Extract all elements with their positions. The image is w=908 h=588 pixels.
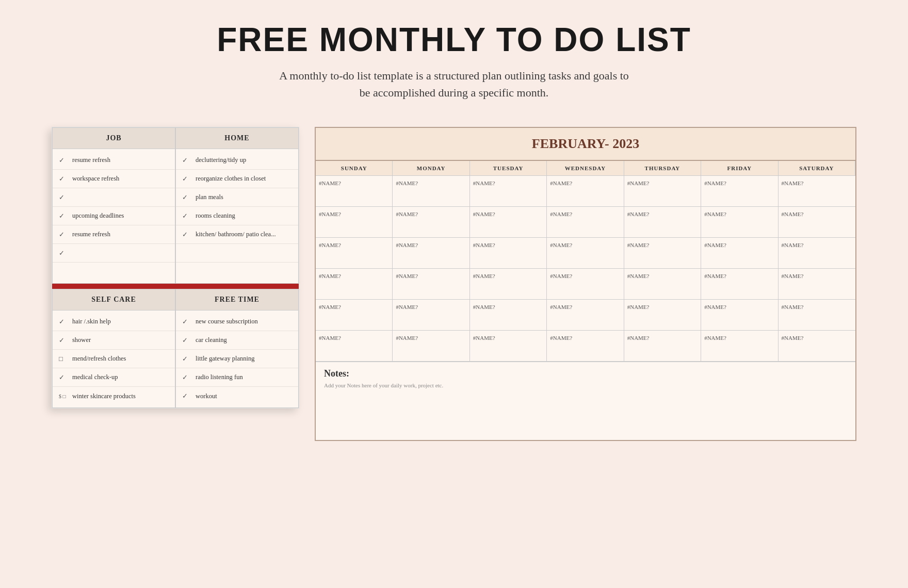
list-item: ✓ kitchen/ bathroom/ patio clea... xyxy=(176,225,298,244)
check-icon: ✓ xyxy=(182,336,190,345)
table-row: #NAME? xyxy=(316,269,393,300)
item-label: rooms cleaning xyxy=(196,212,235,220)
table-row: #NAME? xyxy=(393,238,469,269)
check-icon: ✓ xyxy=(182,193,190,202)
list-item: ✓ medical check-up xyxy=(53,368,175,387)
todo-section-selfcare: SELF CARE ✓ hair /.skin help ✓ shower □ … xyxy=(52,289,175,408)
item-label: winter skincare products xyxy=(72,393,136,400)
check-icon: ✓ xyxy=(182,355,190,363)
table-row: #NAME? xyxy=(316,331,393,362)
table-row: #NAME? xyxy=(393,207,469,238)
todo-section-home: HOME ✓ decluttering/tidy up ✓ reorganize… xyxy=(175,127,299,284)
list-item: ✓ car cleaning xyxy=(176,331,298,350)
check-icon: ✓ xyxy=(59,318,67,326)
table-row: #NAME? xyxy=(624,176,701,207)
list-item: ✓ decluttering/tidy up xyxy=(176,151,298,170)
page-title: FREE MONTHLY TO DO LIST xyxy=(10,21,898,59)
table-row: #NAME? xyxy=(470,300,547,331)
check-icon: ✓ xyxy=(182,392,190,400)
freetime-header: FREE TIME xyxy=(176,289,298,311)
table-row: #NAME? xyxy=(547,207,624,238)
item-label: new course subscription xyxy=(196,318,258,325)
item-label: little gateway planning xyxy=(196,355,255,363)
todo-section-freetime: FREE TIME ✓ new course subscription ✓ ca… xyxy=(175,289,299,408)
cal-header-fri: FRIDAY xyxy=(701,161,778,176)
list-item: ✓ rooms cleaning xyxy=(176,207,298,225)
table-row: #NAME? xyxy=(470,331,547,362)
table-row: #NAME? xyxy=(393,176,469,207)
table-row: #NAME? xyxy=(393,331,469,362)
freetime-items: ✓ new course subscription ✓ car cleaning… xyxy=(176,311,298,407)
item-label: radio listening fun xyxy=(196,373,243,381)
item-label: mend/refresh clothes xyxy=(72,355,126,363)
table-row: #NAME? xyxy=(624,331,701,362)
list-item xyxy=(176,263,298,281)
item-label: plan meals xyxy=(196,193,223,201)
table-row: #NAME? xyxy=(779,207,855,238)
check-icon: $ □ xyxy=(59,394,67,399)
table-row: #NAME? xyxy=(701,238,778,269)
cal-header-thu: THURSDAY xyxy=(624,161,701,176)
notes-title: Notes: xyxy=(324,368,847,379)
item-label: shower xyxy=(72,336,91,344)
table-row: #NAME? xyxy=(779,300,855,331)
check-icon: ✓ xyxy=(182,175,190,183)
table-row: #NAME? xyxy=(547,300,624,331)
table-row: #NAME? xyxy=(547,269,624,300)
list-item: ✓ shower xyxy=(53,331,175,350)
table-row: #NAME? xyxy=(624,300,701,331)
check-icon: ✓ xyxy=(182,318,190,326)
home-header: HOME xyxy=(176,128,298,149)
check-icon: ✓ xyxy=(59,193,67,202)
todo-grid: JOB ✓ resume refresh ✓ workspace refresh… xyxy=(52,127,299,408)
list-item: ✓ xyxy=(53,244,175,263)
list-item: ✓ upcoming deadlines xyxy=(53,207,175,225)
todo-panel: JOB ✓ resume refresh ✓ workspace refresh… xyxy=(52,127,299,409)
home-items: ✓ decluttering/tidy up ✓ reorganize clot… xyxy=(176,149,298,283)
table-row: #NAME? xyxy=(701,176,778,207)
list-item: ✓ xyxy=(53,188,175,207)
notes-placeholder: Add your Notes here of your daily work, … xyxy=(324,382,847,388)
table-row: #NAME? xyxy=(393,300,469,331)
list-item: ✓ radio listening fun xyxy=(176,368,298,387)
table-row: #NAME? xyxy=(470,176,547,207)
check-icon: ✓ xyxy=(182,156,190,165)
calendar-panel: FEBRUARY- 2023 SUNDAY MONDAY TUESDAY WED… xyxy=(315,127,856,441)
table-row: #NAME? xyxy=(547,176,624,207)
list-item: ✓ resume refresh xyxy=(53,225,175,244)
table-row: #NAME? xyxy=(547,331,624,362)
check-icon: ✓ xyxy=(59,231,67,239)
page-subtitle: A monthly to-do list template is a struc… xyxy=(273,67,635,101)
table-row: #NAME? xyxy=(779,331,855,362)
list-item: ✓ workout xyxy=(176,387,298,405)
notes-body: Add your Notes here of your daily work, … xyxy=(324,382,847,434)
cal-header-tue: TUESDAY xyxy=(470,161,547,176)
main-content: JOB ✓ resume refresh ✓ workspace refresh… xyxy=(0,111,908,456)
table-row: #NAME? xyxy=(470,238,547,269)
item-label: hair /.skin help xyxy=(72,318,111,325)
list-item: ✓ new course subscription xyxy=(176,313,298,331)
calendar-title: FEBRUARY- 2023 xyxy=(316,128,855,161)
table-row: #NAME? xyxy=(624,207,701,238)
item-label: resume refresh xyxy=(72,231,110,238)
check-icon: ✓ xyxy=(59,175,67,183)
list-item: □ mend/refresh clothes xyxy=(53,350,175,368)
table-row: #NAME? xyxy=(779,269,855,300)
cal-header-wed: WEDNESDAY xyxy=(547,161,624,176)
job-header: JOB xyxy=(53,128,175,149)
item-label: workout xyxy=(196,393,217,400)
item-label: kitchen/ bathroom/ patio clea... xyxy=(196,231,276,238)
table-row: #NAME? xyxy=(701,269,778,300)
table-row: #NAME? xyxy=(701,207,778,238)
table-row: #NAME? xyxy=(316,238,393,269)
table-row: #NAME? xyxy=(470,269,547,300)
check-icon: ✓ xyxy=(59,212,67,220)
list-item: ✓ resume refresh xyxy=(53,151,175,170)
list-item: ✓ little gateway planning xyxy=(176,350,298,368)
table-row: #NAME? xyxy=(701,331,778,362)
check-icon: ✓ xyxy=(182,212,190,220)
list-item: $ □ winter skincare products xyxy=(53,387,175,405)
list-item xyxy=(176,244,298,263)
list-item: ✓ hair /.skin help xyxy=(53,313,175,331)
table-row: #NAME? xyxy=(624,269,701,300)
